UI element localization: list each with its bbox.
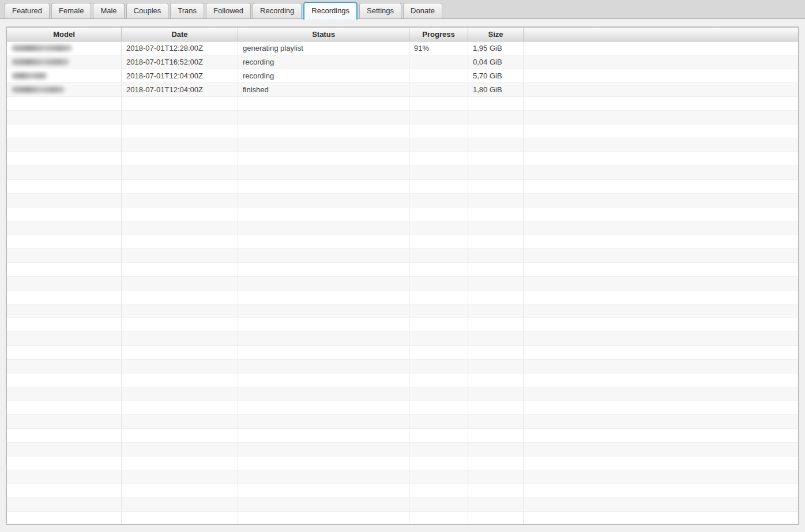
cell-model <box>7 111 122 124</box>
tab-trans[interactable]: Trans <box>170 3 204 18</box>
tab-recordings[interactable]: Recordings <box>303 2 358 20</box>
cell-model <box>7 443 122 456</box>
cell-model <box>7 318 122 332</box>
table-row[interactable]: 2018-07-01T12:04:00Zrecording5,70 GiB <box>7 69 798 83</box>
tab-followed[interactable]: Followed <box>206 3 251 18</box>
cell-status <box>238 111 409 124</box>
cell-filler <box>524 484 798 498</box>
cell-date <box>122 207 238 221</box>
cell-filler <box>524 290 798 304</box>
cell-filler <box>524 41 798 55</box>
cell-status <box>238 290 409 304</box>
cell-status <box>238 360 409 373</box>
tab-donate[interactable]: Donate <box>403 3 442 18</box>
column-header-status[interactable]: Status <box>238 28 409 41</box>
cell-progress <box>409 443 468 456</box>
cell-status <box>238 415 409 429</box>
cell-progress <box>409 166 468 180</box>
tab-female[interactable]: Female <box>51 3 91 18</box>
cell-filler <box>524 111 798 124</box>
column-header-date[interactable]: Date <box>122 28 238 41</box>
cell-size <box>468 498 524 512</box>
cell-size <box>468 235 524 249</box>
cell-progress <box>409 180 468 194</box>
cell-filler <box>524 124 798 138</box>
cell-model <box>7 401 122 415</box>
cell-filler <box>524 235 798 249</box>
tab-male[interactable]: Male <box>93 3 124 18</box>
tab-settings[interactable]: Settings <box>359 3 401 18</box>
cell-date <box>122 249 238 263</box>
tab-recording[interactable]: Recording <box>253 3 302 18</box>
cell-size <box>468 207 524 221</box>
cell-filler <box>524 498 798 512</box>
table-row-empty <box>7 138 798 152</box>
cell-progress <box>409 470 468 484</box>
cell-filler <box>524 97 798 111</box>
cell-date <box>122 456 238 470</box>
table-row-empty <box>7 263 798 277</box>
table-row-empty <box>7 277 798 290</box>
cell-size <box>468 401 524 415</box>
cell-progress <box>409 346 468 360</box>
cell-date: 2018-07-01T12:28:00Z <box>122 41 238 55</box>
cell-status <box>238 304 409 318</box>
cell-model <box>7 124 122 138</box>
cell-model <box>7 470 122 484</box>
cell-size <box>468 290 524 304</box>
cell-model <box>7 277 122 290</box>
column-header-size[interactable]: Size <box>468 28 524 41</box>
cell-filler <box>524 207 798 221</box>
tab-bar: FeaturedFemaleMaleCouplesTransFollowedRe… <box>0 0 805 19</box>
tab-couples[interactable]: Couples <box>126 3 169 18</box>
cell-progress <box>409 277 468 290</box>
redacted-model-name <box>12 73 47 79</box>
table-row-empty <box>7 249 798 263</box>
cell-date <box>122 152 238 166</box>
cell-size <box>468 138 524 152</box>
cell-status: recording <box>238 55 409 69</box>
cell-filler <box>524 512 798 524</box>
cell-date <box>122 97 238 111</box>
cell-progress <box>409 111 468 124</box>
cell-progress <box>409 263 468 277</box>
table-row-empty <box>7 387 798 401</box>
cell-progress <box>409 387 468 401</box>
cell-filler <box>524 180 798 194</box>
table-row-empty <box>7 429 798 443</box>
table-row-empty <box>7 124 798 138</box>
cell-filler <box>524 360 798 373</box>
table-row-empty <box>7 207 798 221</box>
cell-size <box>468 387 524 401</box>
cell-progress <box>409 124 468 138</box>
column-header-progress[interactable]: Progress <box>409 28 468 41</box>
cell-status: generating playlist <box>238 41 409 55</box>
table-row-empty <box>7 166 798 180</box>
table-row[interactable]: 2018-07-01T12:28:00Zgenerating playlist9… <box>7 41 798 55</box>
cell-filler <box>524 470 798 484</box>
cell-status <box>238 277 409 290</box>
tab-featured[interactable]: Featured <box>5 3 50 18</box>
cell-status <box>238 401 409 415</box>
cell-status <box>238 318 409 332</box>
table-row-empty <box>7 332 798 346</box>
cell-progress <box>409 97 468 111</box>
table-row[interactable]: 2018-07-01T12:04:00Zfinished1,80 GiB <box>7 83 798 97</box>
cell-size <box>468 249 524 263</box>
cell-status <box>238 346 409 360</box>
cell-model <box>7 332 122 346</box>
cell-status <box>238 221 409 235</box>
cell-filler <box>524 456 798 470</box>
cell-size <box>468 415 524 429</box>
table-row[interactable]: 2018-07-01T16:52:00Zrecording0,04 GiB <box>7 55 798 69</box>
cell-model <box>7 41 122 55</box>
column-header-model[interactable]: Model <box>7 28 122 41</box>
cell-date <box>122 401 238 415</box>
cell-model <box>7 456 122 470</box>
cell-date <box>122 484 238 498</box>
cell-progress <box>409 235 468 249</box>
cell-status <box>238 512 409 524</box>
cell-model <box>7 138 122 152</box>
table-row-empty <box>7 456 798 470</box>
cell-status <box>238 456 409 470</box>
